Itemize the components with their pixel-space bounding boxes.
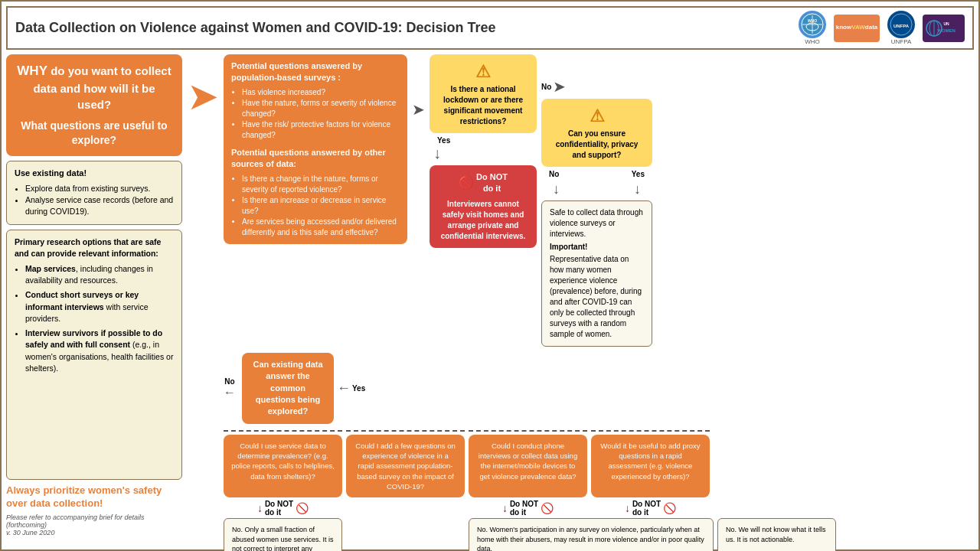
bottom-section: Could I use service data to determine pr…: [224, 430, 974, 551]
center-flow: Potential questions answered by populati…: [224, 54, 974, 536]
warning-icon-2: ⚠: [549, 105, 645, 129]
dashed-arrow-1: [224, 430, 342, 432]
no-flow: No ←: [224, 377, 236, 399]
bottom-questions-row: Could I use service data to determine pr…: [224, 435, 974, 497]
what-questions-text: What questions are useful to explore?: [15, 119, 173, 148]
unwomen-logo: UNWOMEN: [923, 15, 965, 42]
other-item-2: Is there an increase or decrease in serv…: [242, 195, 400, 217]
safe-text: Representative data on how many women ex…: [550, 254, 644, 340]
why-text: WHY do you want to collect data and how …: [15, 62, 173, 112]
top-row: Potential questions answered by populati…: [224, 54, 974, 347]
bottom-q3: Could I conduct phone interviews or coll…: [469, 435, 587, 497]
arrow-down-interviewers: ↓: [433, 145, 441, 162]
yes-flow: ← Yes: [337, 380, 365, 396]
pop-item-3: Have the risk/ protective factors for vi…: [242, 119, 400, 141]
dashed-arrow-2: [346, 430, 465, 432]
do-not-badge-3: ↓ Do NOTdo it 🚫: [591, 500, 710, 517]
arrow-to-lockdown: ➤: [412, 54, 425, 119]
bottom-q2: Could I add a few questions on experienc…: [346, 435, 465, 497]
interviewers-text: Interviewers cannot safely visit homes a…: [437, 199, 529, 242]
can-existing-box: Can existing data answer the common ques…: [242, 353, 334, 424]
bottom-left: Always prioritize women's safety over da…: [6, 484, 182, 536]
why-box: WHY do you want to collect data and how …: [6, 54, 182, 156]
primary-research-item-2: Conduct short surveys or key informant i…: [25, 289, 174, 324]
footnote: Please refer to accompanying brief for d…: [6, 514, 182, 536]
always-text: Always prioritize women's safety over da…: [6, 484, 182, 510]
arrow-area: ➤: [187, 54, 219, 536]
yes-label-1: Yes: [437, 136, 450, 145]
no-label-1: No: [541, 83, 551, 91]
primary-research-box: Primary research options that are safe a…: [6, 230, 182, 481]
pop-item-1: Has violence increased?: [242, 87, 400, 98]
main-container: Data Collection on Violence against Wome…: [0, 0, 980, 551]
dashed-arrow-3: [469, 430, 587, 432]
do-not-1: 🚫 Do NOTdo it: [437, 171, 529, 195]
confidentiality-text: Can you ensure confidentiality, privacy …: [549, 129, 645, 161]
knowvaw-logo: knowVAWdata: [834, 15, 880, 42]
header: Data Collection on Violence against Wome…: [6, 6, 974, 50]
safe-collect-box: Safe to collect data through violence su…: [541, 201, 652, 347]
bottom-a1: No. Only a small fraction of abused wome…: [224, 518, 342, 551]
dashed-arrow-4: [591, 430, 710, 432]
other-item-1: Is there a change in the nature, forms o…: [242, 174, 400, 195]
svg-text:UNFPA: UNFPA: [893, 24, 910, 28]
primary-research-item-1: Map services, including changes in avail…: [25, 263, 174, 286]
use-existing-list: Explore data from existing surveys. Anal…: [15, 183, 174, 218]
other-item-3: Are services being accessed and/or deliv…: [242, 217, 400, 238]
use-existing-item-2: Analyse service case records (before and…: [25, 194, 174, 217]
left-column: WHY do you want to collect data and how …: [6, 54, 182, 536]
svg-text:UN: UN: [943, 21, 949, 26]
right-flow: No ➤ ⚠ Can you ensure confidentiality, p…: [541, 54, 652, 347]
pop-item-2: Have the nature, forms or severity of vi…: [242, 98, 400, 119]
do-not-badge-1: ↓ Do NOTdo it 🚫: [224, 500, 342, 517]
bottom-a4: No. We will not know what it tells us. I…: [717, 518, 836, 551]
use-existing-box: Use existing data! Explore data from exi…: [6, 161, 182, 225]
use-existing-item-1: Explore data from existing surveys.: [25, 183, 174, 194]
bottom-q4: Would it be useful to add proxy question…: [591, 435, 710, 497]
svg-text:WOMEN: WOMEN: [937, 28, 956, 33]
primary-research-title: Primary research options that are safe a…: [15, 236, 174, 259]
lockdown-yes-flow: Yes ↓: [430, 136, 537, 162]
main-arrow: ➤: [187, 77, 219, 116]
primary-research-list: Map services, including changes in avail…: [15, 263, 174, 374]
logo-area: WHO WHO knowVAWdata UNFPA UNFPA UNWOMEN: [799, 11, 965, 45]
population-title: Potential questions answered by populati…: [231, 60, 400, 84]
conf-no-label: No: [549, 170, 559, 178]
lockdown-box: ⚠ Is there a national lockdown or are th…: [430, 54, 537, 133]
do-not-badge-2: ↓ Do NOTdo it 🚫: [469, 500, 587, 517]
other-title: Potential questions answered by other so…: [231, 147, 400, 171]
primary-research-item-3: Interview survivors if possible to do sa…: [25, 328, 174, 374]
lockdown-column: ⚠ Is there a national lockdown or are th…: [430, 54, 537, 248]
do-not-row: ↓ Do NOTdo it 🚫 ↓ Do NOTdo it 🚫 ↓ Do NOT…: [224, 500, 974, 517]
use-existing-title: Use existing data!: [15, 168, 174, 180]
unfpa-logo: UNFPA UNFPA: [887, 11, 915, 45]
yes-label-2: Yes: [352, 384, 365, 393]
interviewers-box: 🚫 Do NOTdo it Interviewers cannot safely…: [430, 165, 537, 248]
bottom-answers-row: No. Only a small fraction of abused wome…: [224, 518, 974, 551]
potential-questions-box: Potential questions answered by populati…: [224, 54, 407, 244]
confidentiality-box: ⚠ Can you ensure confidentiality, privac…: [541, 99, 652, 167]
lockdown-text: Is there a national lockdown or are ther…: [437, 84, 529, 127]
conf-yes-label: Yes: [632, 170, 645, 178]
conf-branch: No Yes: [541, 170, 652, 178]
population-list: Has violence increased? Have the nature,…: [231, 87, 400, 141]
safe-intro: Safe to collect data through violence su…: [550, 207, 644, 240]
important-label: Important!: [550, 242, 644, 253]
warning-icon-1: ⚠: [437, 60, 529, 84]
can-existing-text: Can existing data answer the common ques…: [250, 359, 326, 418]
no-arrow-row: No ➤: [541, 77, 566, 96]
who-logo: WHO WHO: [799, 11, 826, 45]
no-label-2: No: [224, 377, 234, 386]
bottom-a2-3: No. Women's participation in any survey …: [469, 518, 714, 551]
bottom-q1: Could I use service data to determine pr…: [224, 435, 342, 497]
can-existing-row: No ← Can existing data answer the common…: [224, 353, 974, 424]
page-title: Data Collection on Violence against Wome…: [15, 20, 495, 36]
other-list: Is there a change in the nature, forms o…: [231, 174, 400, 238]
bottom-arrows: [224, 430, 974, 432]
